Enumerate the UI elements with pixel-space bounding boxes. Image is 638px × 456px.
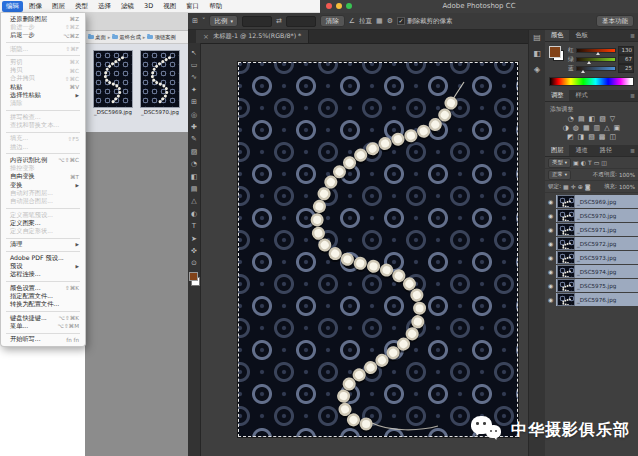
history-brush-tool[interactable]: ◔ [189,159,200,171]
layer-entry[interactable]: _DSC5975.jpg [556,279,638,292]
tab-layers[interactable]: 图层 [545,145,569,156]
slider-handle[interactable] [587,61,591,64]
lasso-tool[interactable]: ∿ [189,72,200,84]
layer-visibility-toggle[interactable]: ◉ [545,265,556,278]
layer-filter-icon[interactable]: T [588,159,592,166]
menu-编辑[interactable]: 编辑 [2,1,23,12]
clone-stamp-tool[interactable]: ▨ [189,146,200,158]
adjustment-icon[interactable]: ▦ [583,125,590,132]
path-selection-tool[interactable]: ➤ [189,233,200,245]
adjustment-icon[interactable]: ▣ [614,125,621,132]
menu-item[interactable]: 后退一步⌥⌘Z [1,32,85,40]
layer-row[interactable]: ◉_DSC5974.jpg [545,265,638,278]
panel-menu-icon[interactable]: ≣ [630,90,638,101]
tab-swatches[interactable]: 色板 [569,30,593,41]
layer-filter-icon[interactable]: ▭ [594,159,600,166]
layer-visibility-toggle[interactable]: ◉ [545,251,556,264]
layer-filter-icon[interactable]: ◫ [601,159,607,166]
slider-track[interactable] [576,66,616,71]
menu-item[interactable]: 清理▶ [1,241,85,249]
adjustment-icon[interactable]: ▥ [594,125,601,132]
adjustment-icon[interactable]: ▤ [578,116,585,123]
file-item[interactable]: _DSC5969.jpg [94,51,132,132]
tool-preset-chevron-icon[interactable]: ˅ [202,18,206,25]
layer-filter-icon[interactable]: ◐ [581,159,586,166]
lock-icon[interactable]: ▦ [563,183,569,190]
lock-icons[interactable]: ▦✛⊕◙ [563,183,591,190]
healing-brush-tool[interactable]: ✚ [189,121,200,133]
close-tab-icon[interactable]: × [203,33,209,41]
type-tool[interactable]: T [189,220,200,232]
breadcrumb-item[interactable]: 最终合成 [112,34,141,41]
layer-visibility-toggle[interactable]: ◉ [545,237,556,250]
crop-clear-button[interactable]: 清除 [320,15,345,27]
menu-item[interactable]: 菜单...⌥⇧⌘M [1,322,85,330]
tab-styles[interactable]: 样式 [569,90,593,101]
crop-width-field[interactable] [242,16,272,27]
document-tab[interactable]: × 未标题-1 @ 12.5%(RGB/8*) * [196,30,309,43]
slider-track[interactable] [576,48,616,53]
adjustment-icon[interactable]: ▨ [599,116,606,123]
layer-entry[interactable]: _DSC5971.jpg [556,223,638,236]
document-canvas[interactable] [238,62,518,437]
foreground-color-swatch[interactable] [549,46,561,58]
layer-entry[interactable]: _DSC5974.jpg [556,265,638,278]
swap-dimensions-icon[interactable]: ⇄ [276,18,282,25]
file-item[interactable]: _DSC5970.jpg [141,51,179,132]
layer-entry[interactable]: _DSC5972.jpg [556,237,638,250]
layer-row[interactable]: ◉_DSC5975.jpg [545,279,638,292]
adjustment-icon[interactable]: ◍ [573,125,579,132]
hand-tool[interactable]: ✜ [189,245,200,257]
adjustment-icon[interactable]: ◔ [568,116,574,123]
blur-tool[interactable]: △ [189,196,200,208]
layer-visibility-toggle[interactable]: ◉ [545,279,556,292]
layer-row[interactable]: ◉_DSC5976.jpg [545,293,638,306]
menu-窗口[interactable]: 窗口 [182,1,203,12]
gradient-tool[interactable]: ▤ [189,183,200,195]
layer-filter-icons[interactable]: ▣◐T▭◫ [573,159,607,166]
adjustment-icon[interactable]: △ [604,125,609,132]
panel-menu-icon[interactable]: ≣ [630,30,638,41]
quick-selection-tool[interactable]: ✦ [189,84,200,96]
menu-类型[interactable]: 类型 [71,1,92,12]
blend-mode-dropdown[interactable]: 正常▾ [548,170,571,180]
adjustment-icon[interactable]: ▩ [599,134,606,141]
breadcrumb-item[interactable]: 项链案例 [147,34,176,41]
slider-value[interactable]: 130 [618,46,634,55]
menu-图层[interactable]: 图层 [48,1,69,12]
layer-row[interactable]: ◉_DSC5970.jpg [545,209,638,222]
crop-settings-gear-icon[interactable]: ⚙ [387,18,393,25]
adjustment-icon[interactable]: ◑ [563,125,569,132]
overlay-options-icon[interactable]: ▦ [376,18,383,25]
opacity-value[interactable]: 100% [619,172,635,178]
layer-kind-filter-dropdown[interactable]: 类型▾ [548,158,571,168]
brush-tool[interactable]: ✎ [189,134,200,146]
layer-visibility-toggle[interactable]: ◉ [545,209,556,222]
properties-panel-icon[interactable]: ◧ [533,50,541,58]
eyedropper-tool[interactable]: ◎ [189,109,200,121]
tab-paths[interactable]: 路径 [594,145,618,156]
move-tool[interactable]: ↖ [189,47,200,59]
layer-entry[interactable]: _DSC5969.jpg [556,195,638,208]
adjustment-icon[interactable]: ◩ [567,134,574,141]
slider-handle[interactable] [581,70,585,73]
adjustment-icon[interactable]: ▽ [610,116,615,123]
workspace-switcher[interactable]: 基本功能 [596,15,634,27]
layer-visibility-toggle[interactable]: ◉ [545,195,556,208]
layer-entry[interactable]: _DSC5976.jpg [556,293,638,306]
menu-选择[interactable]: 选择 [94,1,115,12]
history-panel-icon[interactable]: ▤ [533,34,541,42]
adjustment-icon[interactable]: ◧ [589,116,596,123]
menu-视图[interactable]: 视图 [159,1,180,12]
layer-entry[interactable]: _DSC5973.jpg [556,251,638,264]
fill-value[interactable]: 100% [619,184,635,190]
menu-3D[interactable]: 3D [140,1,157,11]
tab-adjustments[interactable]: 调整 [545,90,569,101]
layer-row[interactable]: ◉_DSC5969.jpg [545,195,638,208]
adjustment-icon[interactable]: ◫ [609,134,616,141]
layer-row[interactable]: ◉_DSC5973.jpg [545,251,638,264]
eraser-tool[interactable]: ◧ [189,171,200,183]
panel-menu-icon[interactable]: ≣ [630,145,638,156]
menu-帮助[interactable]: 帮助 [205,1,226,12]
layer-row[interactable]: ◉_DSC5971.jpg [545,223,638,236]
